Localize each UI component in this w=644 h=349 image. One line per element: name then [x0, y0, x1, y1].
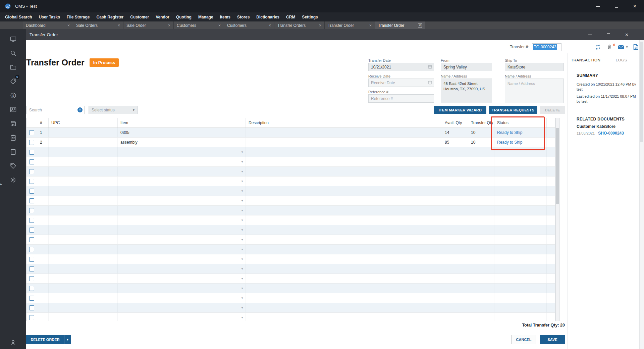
minimize-button[interactable] — [589, 0, 607, 12]
email-dropdown-caret[interactable]: ▼ — [626, 46, 628, 49]
tab-close-icon[interactable]: × — [269, 23, 271, 28]
menu-item-manage[interactable]: Manage — [195, 12, 217, 21]
column-header-transfer-qty[interactable]: Transfer Qty — [468, 118, 494, 128]
menu-item-vendor[interactable]: Vendor — [152, 12, 173, 21]
item-dropdown-caret[interactable]: ▼ — [241, 238, 244, 241]
row-checkbox[interactable] — [29, 150, 34, 155]
tab-customers[interactable]: Customers× — [174, 21, 224, 29]
related-document-link[interactable]: SHO-0000243 — [598, 131, 624, 136]
menu-item-stores[interactable]: Stores — [234, 12, 253, 21]
item-dropdown-caret[interactable]: ▼ — [241, 306, 244, 309]
sidebar-item-pricetags[interactable]: 0 — [0, 74, 26, 88]
table-scrollbar[interactable] — [555, 118, 560, 321]
row-checkbox[interactable] — [29, 266, 34, 271]
tab-transfer-orders[interactable]: Transfer Orders× — [274, 21, 325, 29]
row-checkbox[interactable] — [29, 159, 34, 164]
search-input[interactable] — [26, 106, 84, 114]
tab-customers[interactable]: Customers× — [224, 21, 274, 29]
calendar-icon[interactable] — [428, 80, 432, 85]
item-dropdown-caret[interactable]: ▼ — [241, 151, 244, 154]
item-dropdown-caret[interactable]: ▼ — [241, 219, 244, 222]
item-dropdown-caret[interactable]: ▼ — [241, 160, 244, 163]
scrollbar-thumb[interactable] — [640, 42, 643, 142]
sidebar-item-orders[interactable] — [0, 145, 26, 159]
item-cell[interactable]: ▼ — [118, 313, 246, 321]
sidebar-item-user[interactable] — [0, 339, 26, 346]
row-checkbox[interactable] — [29, 237, 34, 242]
attachments-button[interactable]: 0 — [606, 44, 612, 50]
item-cell[interactable]: ▼ — [118, 235, 246, 244]
row-checkbox[interactable] — [29, 208, 34, 213]
from-address-box[interactable]: 45 East 42nd Street Houston, TX, 77090, … — [441, 79, 492, 103]
item-dropdown-caret[interactable]: ▼ — [241, 316, 244, 319]
row-checkbox[interactable] — [29, 228, 34, 233]
menu-item-cash-register[interactable]: Cash Register — [93, 12, 127, 21]
menu-item-crm[interactable]: CRM — [283, 12, 299, 21]
item-cell[interactable]: assembly — [118, 138, 246, 147]
sidebar-item-tasks[interactable] — [0, 131, 26, 145]
menu-item-quoting[interactable]: Quoting — [173, 12, 195, 21]
item-cell[interactable]: ▼ — [118, 215, 246, 225]
tab-logs[interactable]: LOGS — [604, 54, 640, 66]
doc-close-button[interactable]: × — [618, 29, 636, 40]
item-cell[interactable]: ▼ — [118, 284, 246, 293]
sidebar-item-labels[interactable] — [0, 159, 26, 173]
sidebar-item-settings[interactable] — [0, 173, 26, 187]
close-button[interactable]: × — [626, 0, 644, 12]
menu-item-settings[interactable]: Settings — [299, 12, 321, 21]
tab-close-icon[interactable]: × — [418, 23, 422, 28]
item-cell[interactable]: ▼ — [118, 206, 246, 215]
sidebar-item-search[interactable] — [0, 46, 26, 60]
item-cell[interactable]: ▼ — [118, 186, 246, 196]
delete-order-dropdown[interactable]: ▼ — [64, 335, 71, 344]
tab-close-icon[interactable]: × — [319, 23, 321, 28]
scrollbar-thumb[interactable] — [556, 128, 559, 204]
tab-transfer-order[interactable]: Transfer Order× — [325, 21, 375, 29]
row-checkbox[interactable] — [29, 189, 34, 194]
row-checkbox[interactable] — [29, 286, 34, 291]
row-checkbox[interactable] — [29, 218, 34, 223]
row-checkbox[interactable] — [29, 315, 34, 320]
tab-transaction[interactable]: TRANSACTION — [568, 54, 604, 66]
item-cell[interactable]: 0305 — [118, 128, 246, 137]
item-dropdown-caret[interactable]: ▼ — [241, 180, 244, 183]
row-checkbox[interactable] — [29, 276, 34, 281]
row-checkbox[interactable] — [29, 140, 34, 145]
menu-item-user-tasks[interactable]: User Tasks — [36, 12, 63, 21]
item-cell[interactable]: ▼ — [118, 245, 246, 254]
menu-item-items[interactable]: Items — [217, 12, 234, 21]
window-scrollbar[interactable] — [639, 40, 644, 349]
row-checkbox[interactable] — [29, 247, 34, 252]
receive-date-input[interactable] — [368, 79, 434, 87]
row-checkbox[interactable] — [29, 296, 34, 301]
delete-order-button[interactable]: DELETE ORDER — [26, 335, 64, 344]
menu-item-customer[interactable]: Customer — [127, 12, 152, 21]
tab-close-icon[interactable]: × — [67, 23, 70, 28]
row-checkbox[interactable] — [29, 305, 34, 310]
item-cell[interactable]: ▼ — [118, 274, 246, 283]
item-dropdown-caret[interactable]: ▼ — [241, 297, 244, 300]
item-dropdown-caret[interactable]: ▼ — [241, 258, 244, 261]
item-dropdown-caret[interactable]: ▼ — [241, 277, 244, 280]
column-header-avail-qty[interactable]: Avail. Qty — [442, 118, 468, 128]
column-header-upc[interactable]: UPC — [49, 118, 118, 128]
row-checkbox[interactable] — [29, 257, 34, 262]
tab-transfer-order[interactable]: Transfer Order× — [375, 21, 425, 29]
item-cell[interactable]: ▼ — [118, 303, 246, 312]
refresh-button[interactable] — [595, 44, 601, 50]
column-header-description[interactable]: Description — [246, 118, 442, 128]
item-dropdown-caret[interactable]: ▼ — [241, 248, 244, 251]
row-checkbox[interactable] — [29, 179, 34, 184]
item-cell[interactable]: ▼ — [118, 225, 246, 235]
sidebar-item-files[interactable] — [0, 60, 26, 74]
status-filter-select[interactable]: Select status ▼ — [89, 106, 138, 114]
item-dropdown-caret[interactable]: ▼ — [241, 287, 244, 290]
cancel-button[interactable]: CANCEL — [512, 335, 536, 344]
tab-close-icon[interactable]: × — [369, 23, 372, 28]
doc-minimize-button[interactable] — [581, 29, 599, 40]
from-input[interactable] — [441, 63, 492, 71]
item-dropdown-caret[interactable]: ▼ — [241, 199, 244, 202]
item-cell[interactable]: ▼ — [118, 177, 246, 186]
item-dropdown-caret[interactable]: ▼ — [241, 209, 244, 212]
tab-sale-orders[interactable]: Sale Orders× — [73, 21, 123, 29]
